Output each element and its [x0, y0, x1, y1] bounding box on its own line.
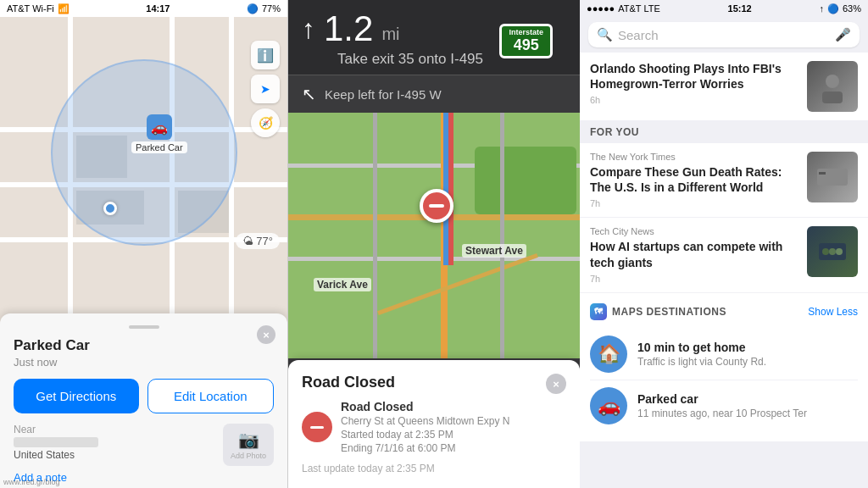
- parked-car-icon: 🚗: [147, 114, 172, 140]
- popup-text: Road Closed Cherry St at Queens Midtown …: [341, 400, 566, 454]
- info-button[interactable]: ℹ️: [251, 41, 280, 69]
- near-country: United States: [14, 449, 214, 461]
- car-dest-text: Parked car 11 minutes ago, near 10 Prosp…: [637, 392, 858, 419]
- watermark: www.ired.gr/blog: [3, 478, 60, 486]
- panel-parked-car: AT&T Wi-Fi 📶 14:17 🔵 77% 🚗 Parked Car ℹ️…: [0, 0, 288, 488]
- compass-button[interactable]: 🧭: [251, 108, 280, 137]
- news-thumb-2: [807, 152, 858, 202]
- signal-dots: ●●●●●: [587, 3, 615, 14]
- status-bar-3: ●●●●● AT&T LTE 15:12 ↑ 🔵 63%: [580, 0, 868, 17]
- nav-header: ↑ 1.2 mi Take exit 35 onto I-495 Interst…: [288, 0, 580, 75]
- road-closed-line: [429, 204, 444, 208]
- popup-row: Road Closed Cherry St at Queens Midtown …: [302, 400, 566, 454]
- news-item-1[interactable]: Orlando Shooting Plays Into FBI's Homegr…: [580, 53, 868, 120]
- current-location-dot: [103, 202, 117, 215]
- microphone-icon[interactable]: 🎤: [835, 27, 851, 42]
- news-text-1: Orlando Shooting Plays Into FBI's Homegr…: [590, 61, 798, 112]
- nav-subheader: ↖ Keep left for I-495 W: [288, 75, 580, 113]
- news-time-2: 7h: [590, 198, 798, 208]
- map-controls-1: ℹ️ ➤ 🧭: [251, 41, 280, 137]
- panel-navigation: ↑ 1.2 mi Take exit 35 onto I-495 Interst…: [288, 0, 580, 488]
- road-closed-marker: [420, 189, 453, 223]
- svg-rect-2: [817, 169, 848, 186]
- popup-header: Road Closed: [302, 374, 566, 391]
- green-area: [475, 147, 576, 214]
- home-dest-icon: 🏠: [590, 336, 627, 373]
- temperature-badge: 🌤 77°: [236, 233, 280, 249]
- wifi-icon: 📶: [58, 3, 70, 14]
- distance-unit: mi: [381, 25, 399, 44]
- close-sheet-button[interactable]: ×: [257, 325, 275, 344]
- news-headline-3: How AI startups can compete with tech gi…: [590, 239, 798, 269]
- varick-ave-label: Varick Ave: [314, 278, 371, 291]
- map-2[interactable]: Varick Ave Stewart Ave: [288, 113, 580, 358]
- sun-icon: 🌤: [242, 235, 253, 247]
- sheet-title: Parked Car: [14, 337, 274, 354]
- news-headline-2: Compare These Gun Death Rates: The U.S. …: [590, 164, 798, 195]
- news-time-3: 7h: [590, 274, 798, 284]
- news-headline-1: Orlando Shooting Plays Into FBI's Homegr…: [590, 61, 798, 92]
- news-item-2[interactable]: The New York Times Compare These Gun Dea…: [580, 143, 868, 217]
- home-dest-text: 10 min to get home Traffic is light via …: [637, 341, 858, 368]
- sheet-handle: [129, 325, 159, 329]
- popup-ending: Ending 7/1/16 at 6:00 PM: [341, 442, 566, 454]
- show-less-button[interactable]: Show Less: [808, 306, 858, 318]
- parked-car-pin: 🚗 Parked Car: [131, 114, 187, 153]
- close-popup-button[interactable]: ×: [546, 374, 566, 394]
- for-you-label: FOR YOU: [580, 121, 868, 143]
- time-label-1: 14:17: [146, 3, 170, 14]
- status-bar-1: AT&T Wi-Fi 📶 14:17 🔵 77%: [0, 0, 287, 17]
- stewart-ave-label: Stewart Ave: [462, 244, 526, 258]
- camera-icon: 📷: [238, 430, 259, 450]
- maps-widget-title: 🗺 MAPS DESTINATIONS: [590, 303, 726, 320]
- maps-icon: 🗺: [590, 303, 607, 320]
- location-button[interactable]: ➤: [251, 75, 280, 103]
- carrier-label-3: AT&T LTE: [618, 3, 660, 14]
- route-red: [448, 113, 453, 265]
- news-scroll[interactable]: Orlando Shooting Plays Into FBI's Homegr…: [580, 53, 868, 481]
- search-icon: 🔍: [597, 27, 613, 42]
- news-source-3: Tech City News: [590, 226, 798, 236]
- car-dest-detail: 11 minutes ago, near 10 Prospect Ter: [637, 408, 858, 419]
- parked-car-pin-label: Parked Car: [131, 141, 187, 153]
- news-item-3[interactable]: Tech City News How AI startups can compe…: [580, 218, 868, 291]
- sheet-subtitle: Just now: [14, 356, 274, 369]
- add-photo-label: Add Photo: [231, 452, 266, 460]
- bluetooth-icon: 🔵: [247, 3, 259, 14]
- svg-rect-1: [822, 92, 843, 103]
- road-v-right: [500, 113, 504, 358]
- get-directions-button[interactable]: Get Directions: [14, 379, 139, 413]
- svg-point-5: [822, 248, 829, 255]
- near-value: [14, 437, 98, 447]
- maps-widget-header: 🗺 MAPS DESTINATIONS Show Less: [590, 303, 858, 320]
- search-bar[interactable]: 🔍 Search 🎤: [588, 22, 860, 47]
- news-text-2: The New York Times Compare These Gun Dea…: [590, 152, 798, 208]
- search-input[interactable]: Search: [618, 28, 830, 42]
- road-closed-icon: [302, 412, 332, 442]
- action-buttons: Get Directions Edit Location: [14, 379, 274, 413]
- news-thumb-1: [807, 61, 858, 112]
- temp-value: 77°: [256, 235, 273, 247]
- arrow-icon-3: ↑: [819, 3, 824, 14]
- near-label: Near: [14, 424, 214, 435]
- time-label-3: 15:12: [728, 3, 752, 14]
- car-dest-title: Parked car: [637, 392, 858, 406]
- news-thumb-3: [807, 226, 858, 277]
- popup-detail: Cherry St at Queens Midtown Expy N: [341, 415, 566, 427]
- near-text: Near United States: [14, 424, 214, 461]
- svg-rect-3: [819, 172, 826, 175]
- panel-news: ●●●●● AT&T LTE 15:12 ↑ 🔵 63% 🔍 Search 🎤 …: [580, 0, 868, 488]
- home-dest-title: 10 min to get home: [637, 341, 858, 354]
- svg-point-7: [836, 248, 843, 255]
- svg-point-0: [826, 75, 839, 88]
- map-1[interactable]: 🚗 Parked Car ℹ️ ➤ 🧭 🌤 77°: [0, 17, 288, 330]
- edit-location-button[interactable]: Edit Location: [147, 379, 275, 413]
- add-photo-button[interactable]: 📷 Add Photo: [223, 424, 274, 466]
- maps-dest-home[interactable]: 🏠 10 min to get home Traffic is light vi…: [590, 329, 858, 380]
- turn-arrow-icon: ↑: [302, 14, 315, 45]
- maps-dest-car[interactable]: 🚗 Parked car 11 minutes ago, near 10 Pro…: [590, 380, 858, 431]
- road-closed-icon-line: [310, 426, 324, 429]
- battery-label-3: 63%: [843, 3, 861, 14]
- popup-started: Started today at 2:35 PM: [341, 429, 566, 441]
- road-closed-popup: Road Closed × Road Closed Cherry St at Q…: [288, 360, 580, 488]
